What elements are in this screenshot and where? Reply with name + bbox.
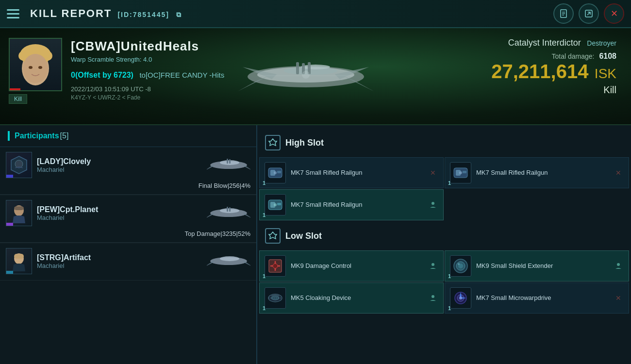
- avatar-face-svg: [16, 40, 55, 89]
- svg-rect-39: [277, 171, 281, 173]
- slot-icon-h1: [265, 162, 286, 183]
- svg-point-66: [459, 297, 462, 299]
- slot-item-h2[interactable]: 1 MK7 Small Rifled Railgun ✕: [445, 157, 629, 188]
- low-slot-section: Low Slot 1 MK9 Damage Control: [257, 224, 631, 314]
- slot-qty-l4: 1: [448, 305, 451, 311]
- person-icon-l2: [614, 262, 622, 270]
- slot-action-l2[interactable]: [613, 261, 624, 271]
- player-name: [CBWA]UnitedHeals: [71, 39, 224, 54]
- svg-point-48: [274, 203, 277, 206]
- slot-action-l4[interactable]: ✕: [613, 293, 624, 303]
- slot-action-h1[interactable]: ✕: [428, 167, 438, 178]
- participant-ship-3: Machariel: [37, 262, 202, 269]
- svg-rect-16: [296, 62, 299, 74]
- ship-svg-3: [207, 250, 250, 272]
- ship-model: [214, 33, 398, 120]
- slot-item-l2[interactable]: 1 MK9 Small Shield Extender: [445, 250, 629, 281]
- person-icon-l3: [429, 294, 437, 302]
- datetime: 2022/12/03 10:51:09 UTC -8: [71, 85, 224, 93]
- stats-row-1: Final Blow | 256 | 4%: [0, 180, 256, 195]
- participant-name-2: [PEW]Cpt.Planet: [37, 205, 202, 214]
- report-id: [ID:7851445]: [117, 11, 169, 18]
- svg-rect-32: [229, 207, 231, 212]
- participant-item-3[interactable]: [STRG]Artifact Machariel: [0, 243, 256, 281]
- slot-action-h2[interactable]: ✕: [613, 167, 624, 178]
- slot-qty-h3: 1: [263, 212, 266, 218]
- svg-point-54: [432, 263, 434, 266]
- svg-rect-31: [227, 207, 228, 212]
- export-button[interactable]: [579, 3, 599, 24]
- header-actions: ✕: [553, 3, 624, 24]
- slot-name-l1: MK9 Damage Control: [291, 262, 425, 270]
- slot-item-l1[interactable]: 1 MK9 Damage Control: [259, 250, 444, 281]
- low-slot-title: Low Slot: [285, 231, 322, 241]
- svg-rect-25: [227, 159, 228, 164]
- close-icon: ✕: [611, 8, 618, 19]
- export-icon: [584, 9, 594, 18]
- ship-svg-1: [207, 154, 250, 176]
- svg-rect-26: [229, 159, 231, 164]
- location: K4YZ-Y < UWRZ-2 < Fade: [71, 94, 224, 101]
- slot-icon-h3: [265, 194, 286, 215]
- high-slot-grid: 1 MK7 Small Rifled Railgun ✕ 1: [257, 157, 631, 220]
- svg-point-10: [29, 66, 33, 69]
- close-button[interactable]: ✕: [604, 3, 624, 24]
- participants-title: Participants: [15, 132, 59, 140]
- slot-action-l3[interactable]: [428, 293, 438, 303]
- ship-img-3: [207, 249, 250, 273]
- copy-icon[interactable]: ⧉: [176, 11, 182, 18]
- stats-row-2: Top Damage | 3235 | 52%: [0, 228, 256, 243]
- damage-line: Total damage: 6108: [491, 52, 616, 61]
- ship-class: Destroyer: [587, 39, 616, 47]
- main-content: Participants [5] [LADY]Clovely: [0, 125, 631, 364]
- result-label: Kill: [491, 84, 616, 96]
- svg-line-5: [587, 12, 590, 15]
- warp-strength: Warp Scramble Strength: 4.0: [71, 56, 224, 63]
- high-slot-icon: [265, 135, 281, 150]
- svg-point-59: [617, 263, 620, 266]
- participant-name-1: [LADY]Clovely: [37, 157, 202, 166]
- participant-ship-1: Machariel: [37, 166, 202, 173]
- slot-action-h3[interactable]: [428, 199, 438, 210]
- badge-purple: [6, 223, 13, 226]
- header-accent: [8, 131, 10, 141]
- slot-action-l1[interactable]: [428, 261, 438, 271]
- participant-name-3: [STRG]Artifact: [37, 253, 202, 262]
- slot-item-h1[interactable]: 1 MK7 Small Rifled Railgun ✕: [259, 157, 444, 188]
- low-slot-header: Low Slot: [257, 224, 631, 248]
- slot-name-h1: MK7 Small Rifled Railgun: [291, 168, 425, 177]
- isk-value: 27,211,614: [491, 61, 588, 82]
- svg-point-53: [273, 264, 278, 268]
- header: KILL REPORT [ID:7851445] ⧉ ✕: [0, 0, 631, 28]
- hero-panel: Kill [CBWA]UnitedHeals Warp Scramble Str…: [0, 28, 631, 125]
- participant-item-2[interactable]: [PEW]Cpt.Planet Machariel: [0, 195, 256, 243]
- slot-item-l4[interactable]: 1 MK7 Small Microwarpdrive ✕: [445, 282, 629, 314]
- slot-item-h3[interactable]: 1 MK7 Small Rifled Railgun: [259, 189, 444, 220]
- slot-icon-l1: [265, 255, 286, 277]
- svg-point-40: [274, 171, 277, 174]
- svg-point-20: [302, 71, 310, 79]
- svg-point-9: [23, 54, 48, 83]
- high-slot-header: High Slot: [257, 131, 631, 154]
- slot-icon-l4: [450, 287, 471, 309]
- badge-teal: [6, 271, 13, 274]
- participant-ship-2: Machariel: [37, 214, 202, 221]
- person-icon-l1: [429, 262, 437, 270]
- participant-item[interactable]: [LADY]Clovely Machariel: [0, 147, 256, 195]
- report-button[interactable]: [553, 3, 574, 24]
- svg-point-63: [432, 295, 434, 298]
- low-slot-grid: 1 MK9 Damage Control: [257, 250, 631, 314]
- menu-button[interactable]: [7, 5, 24, 22]
- slot-name-l4: MK7 Small Microwarpdrive: [476, 294, 610, 302]
- slot-qty-h2: 1: [448, 180, 451, 186]
- participants-header: Participants [5]: [0, 125, 256, 147]
- kill-badge: Kill: [9, 94, 27, 104]
- slot-icon-h2: [450, 162, 471, 183]
- slot-qty-l1: 1: [263, 273, 266, 279]
- participant-avatar-3: [6, 248, 32, 274]
- ship-img-1: [207, 153, 250, 177]
- svg-point-36: [220, 256, 239, 261]
- participant-avatar-1: [6, 152, 32, 178]
- svg-rect-43: [463, 171, 466, 173]
- slot-item-l3[interactable]: 1 MK5 Cloaking Device: [259, 282, 444, 314]
